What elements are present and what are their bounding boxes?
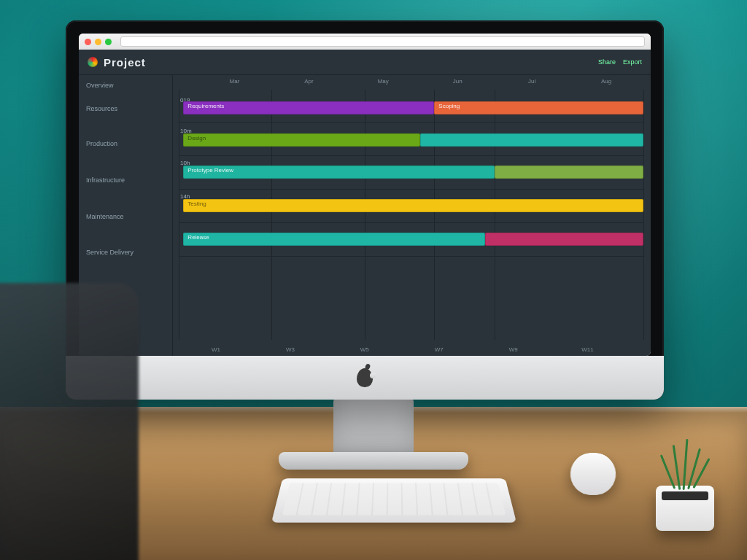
app-title: Project bbox=[104, 56, 146, 69]
gantt-bar[interactable] bbox=[420, 133, 643, 147]
sidebar-item-resources[interactable]: Resources bbox=[86, 104, 172, 114]
sidebar-item-maintenance[interactable]: Maintenance bbox=[86, 212, 172, 222]
x-tick: W9 bbox=[509, 346, 518, 353]
sidebar-item-infrastructure[interactable]: Infrastructure bbox=[86, 176, 172, 186]
gantt-bar[interactable] bbox=[495, 166, 643, 179]
timeline-header: Mar Apr May Jun Jul Aug bbox=[179, 75, 643, 90]
timeline-footer-axis: W1 W3 W5 W7 W9 W11 bbox=[179, 341, 643, 353]
gantt-bar[interactable] bbox=[485, 233, 643, 246]
gantt-bar[interactable]: Prototype Review bbox=[183, 166, 495, 179]
browser-chrome-bar bbox=[79, 34, 651, 50]
monitor-frame: Project Share Export Overview Resources … bbox=[66, 20, 664, 400]
gantt-bar[interactable]: Scoping bbox=[434, 101, 643, 114]
x-tick: W1 bbox=[212, 346, 220, 353]
scene-root: Project Share Export Overview Resources … bbox=[0, 0, 747, 560]
app-body: Overview Resources Production Infrastruc… bbox=[79, 75, 651, 356]
sidebar-item-production[interactable]: Production bbox=[86, 139, 172, 149]
apple-logo-icon bbox=[357, 368, 373, 387]
maximize-icon[interactable] bbox=[105, 39, 112, 45]
time-tick: Aug bbox=[601, 78, 611, 85]
monitor-chin bbox=[66, 356, 664, 400]
time-tick: Jul bbox=[528, 78, 535, 85]
time-tick: Mar bbox=[230, 78, 240, 85]
window-controls bbox=[85, 39, 112, 45]
header-action-export[interactable]: Export bbox=[623, 58, 642, 66]
x-tick: W5 bbox=[360, 346, 369, 353]
sidebar-item-overview[interactable]: Overview bbox=[86, 81, 172, 91]
minimize-icon[interactable] bbox=[95, 39, 101, 45]
x-tick: W11 bbox=[581, 346, 593, 353]
time-tick: Jun bbox=[453, 78, 462, 85]
plant bbox=[652, 465, 718, 531]
app-root: Project Share Export Overview Resources … bbox=[79, 50, 651, 356]
time-tick: Apr bbox=[304, 78, 313, 85]
x-tick: W3 bbox=[286, 346, 295, 353]
close-icon[interactable] bbox=[85, 39, 91, 45]
monitor-stand-foot bbox=[279, 452, 468, 470]
gantt-bar[interactable]: Testing bbox=[183, 199, 643, 212]
screen: Project Share Export Overview Resources … bbox=[79, 34, 651, 356]
x-tick: W7 bbox=[435, 346, 444, 353]
keyboard bbox=[271, 478, 516, 522]
gantt-timeline[interactable]: Mar Apr May Jun Jul Aug bbox=[173, 75, 651, 356]
gantt-bar[interactable]: Requirements bbox=[183, 101, 434, 114]
app-header: Project Share Export bbox=[79, 50, 651, 75]
time-tick: May bbox=[378, 78, 389, 85]
app-logo-icon bbox=[88, 57, 98, 67]
foreground-object bbox=[0, 283, 139, 560]
address-bar[interactable] bbox=[120, 36, 645, 47]
header-action-share[interactable]: Share bbox=[598, 58, 616, 66]
plant-pot bbox=[656, 486, 714, 531]
gantt-lane-area: 018 10m 10h 14h Requirements Scoping bbox=[179, 90, 643, 340]
gantt-bar[interactable]: Release bbox=[183, 233, 485, 246]
gantt-bar[interactable]: Design bbox=[183, 133, 420, 147]
sidebar-item-service[interactable]: Service Delivery bbox=[86, 248, 172, 258]
